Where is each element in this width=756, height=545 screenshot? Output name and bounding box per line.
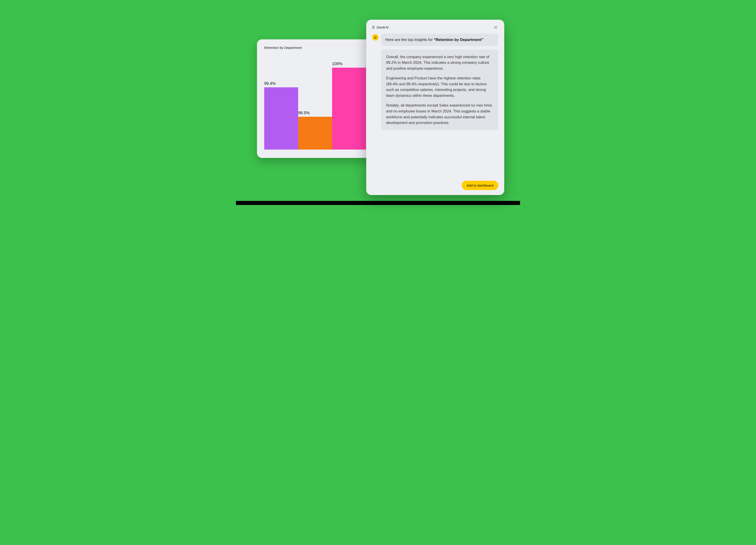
ai-heading-row: Here are the top insights for “Retention… — [372, 34, 498, 46]
ai-heading-prefix: Here are the top insights for — [385, 38, 434, 42]
chart-bar — [298, 117, 332, 150]
svg-point-5 — [374, 36, 375, 37]
bar-label: 98.5% — [298, 111, 310, 115]
ai-panel: Dandi AI Here are the top insights for “… — [366, 20, 504, 195]
bar-label: 99.4% — [264, 81, 276, 86]
ai-body-bubble: Overall, the company experienced a very … — [381, 50, 498, 130]
bar-label: 100% — [332, 62, 342, 66]
ai-panel-header: Dandi AI — [372, 25, 498, 30]
smiley-icon — [372, 34, 378, 40]
ai-heading-quoted: “Retention by Department” — [434, 38, 483, 42]
svg-point-6 — [376, 36, 376, 37]
chart-bar — [264, 87, 298, 150]
bar-wrap-2: 100% — [332, 62, 366, 150]
menu-icon[interactable] — [372, 26, 375, 29]
ai-paragraph: Engineering and Product have the highest… — [386, 75, 493, 98]
bar-wrap-0: 99.4% — [264, 81, 298, 150]
ai-panel-title: Dandi AI — [377, 26, 389, 29]
close-icon[interactable] — [493, 25, 498, 30]
ai-panel-footer: Add to dashboard — [372, 177, 498, 190]
ai-header-left: Dandi AI — [372, 26, 389, 29]
ai-paragraph: Notably, all departments except Sales ex… — [386, 102, 493, 126]
bar-wrap-1: 98.5% — [298, 111, 332, 150]
ai-heading-bubble: Here are the top insights for “Retention… — [381, 34, 498, 46]
add-to-dashboard-button[interactable]: Add to dashboard — [462, 181, 498, 190]
chart-bar — [332, 68, 366, 150]
bottom-strip — [236, 201, 520, 205]
ai-paragraph: Overall, the company experienced a very … — [386, 54, 493, 71]
